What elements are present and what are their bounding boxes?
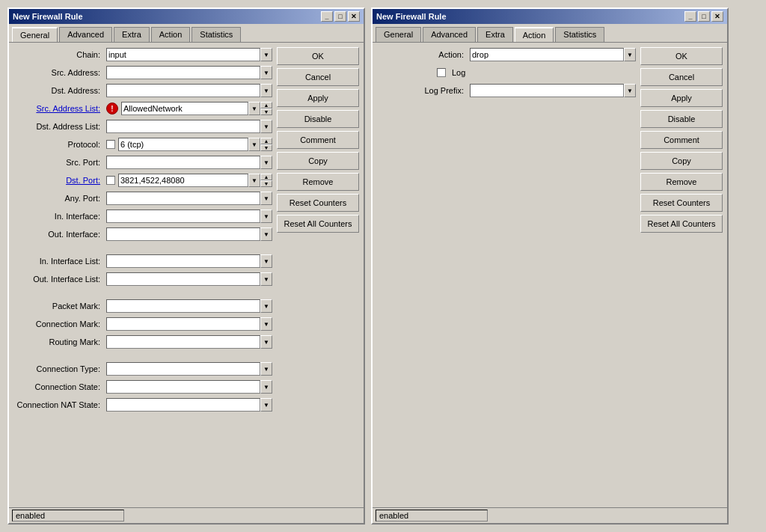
log-prefix-input-wrap: ▼ — [470, 84, 636, 97]
protocol-row: Protocol: ▼ ▲ ▼ — [13, 137, 272, 152]
cancel-button-2[interactable]: Cancel — [640, 68, 723, 86]
connection-nat-state-dropdown[interactable]: ▼ — [260, 398, 272, 412]
tab-action-2[interactable]: Action — [515, 27, 554, 42]
reset-all-counters-button-1[interactable]: Reset All Counters — [277, 215, 359, 233]
tab-statistics-2[interactable]: Statistics — [555, 27, 604, 42]
dst-port-input[interactable] — [118, 174, 248, 187]
connection-state-input[interactable] — [106, 380, 260, 394]
src-address-list-scroll-down[interactable]: ▼ — [260, 108, 272, 115]
titlebar-1: New Firewall Rule _ □ ✕ — [9, 9, 364, 24]
tab-advanced-2[interactable]: Advanced — [423, 27, 476, 42]
connection-mark-input[interactable] — [106, 317, 260, 331]
dst-port-scroll-up[interactable]: ▲ — [260, 174, 272, 180]
connection-type-input[interactable] — [106, 362, 260, 376]
tab-general-2[interactable]: General — [376, 27, 421, 42]
action-dropdown[interactable]: ▼ — [624, 48, 636, 61]
src-address-dropdown[interactable]: ▼ — [260, 66, 272, 79]
tab-action-1[interactable]: Action — [151, 27, 191, 42]
connection-mark-dropdown[interactable]: ▼ — [260, 317, 272, 331]
close-btn-2[interactable]: ✕ — [711, 11, 723, 22]
dst-address-list-input[interactable] — [106, 120, 260, 133]
close-btn-1[interactable]: ✕ — [348, 11, 360, 22]
tab-general-1[interactable]: General — [12, 27, 58, 42]
dst-address-list-dropdown[interactable]: ▼ — [260, 120, 272, 133]
dst-port-scroll: ▲ ▼ — [260, 174, 272, 187]
remove-button-1[interactable]: Remove — [277, 173, 359, 191]
connection-type-dropdown[interactable]: ▼ — [260, 362, 272, 376]
log-prefix-input[interactable] — [470, 84, 624, 97]
protocol-checkbox[interactable] — [106, 140, 115, 149]
in-interface-list-dropdown[interactable]: ▼ — [260, 254, 272, 268]
copy-button-2[interactable]: Copy — [640, 152, 723, 170]
connection-state-dropdown[interactable]: ▼ — [260, 380, 272, 394]
out-interface-list-dropdown[interactable]: ▼ — [260, 272, 272, 286]
src-port-input[interactable] — [106, 156, 260, 169]
minimize-btn-1[interactable]: _ — [321, 11, 333, 22]
dst-address-dropdown[interactable]: ▼ — [260, 84, 272, 97]
routing-mark-dropdown[interactable]: ▼ — [260, 335, 272, 349]
routing-mark-input[interactable] — [106, 335, 260, 349]
packet-mark-dropdown[interactable]: ▼ — [260, 299, 272, 313]
dst-port-checkbox[interactable] — [106, 176, 115, 185]
protocol-input-wrap: ▼ ▲ ▼ — [118, 138, 272, 151]
tab-advanced-1[interactable]: Advanced — [59, 27, 112, 42]
minimize-btn-2[interactable]: _ — [684, 11, 696, 22]
action-input[interactable] — [470, 48, 624, 61]
in-interface-input-wrap: ▼ — [106, 210, 272, 223]
protocol-scroll-down[interactable]: ▼ — [260, 144, 272, 151]
reset-counters-button-1[interactable]: Reset Counters — [277, 194, 359, 212]
connection-state-input-wrap: ▼ — [106, 380, 272, 394]
tab-extra-2[interactable]: Extra — [477, 27, 513, 42]
ok-button-1[interactable]: OK — [277, 47, 359, 65]
src-address-list-scroll-up[interactable]: ▲ — [260, 102, 272, 108]
disable-button-2[interactable]: Disable — [640, 110, 723, 128]
src-address-list-dropdown[interactable]: ▼ — [248, 102, 260, 115]
dst-address-input[interactable] — [106, 84, 260, 97]
in-interface-input[interactable] — [106, 210, 260, 223]
out-interface-dropdown[interactable]: ▼ — [260, 227, 272, 241]
protocol-scroll-up[interactable]: ▲ — [260, 138, 272, 144]
src-port-dropdown[interactable]: ▼ — [260, 156, 272, 169]
reset-all-counters-button-2[interactable]: Reset All Counters — [640, 215, 723, 233]
chain-input[interactable] — [106, 48, 260, 61]
chain-label: Chain: — [13, 50, 103, 59]
apply-button-2[interactable]: Apply — [640, 89, 723, 107]
cancel-button-1[interactable]: Cancel — [277, 68, 359, 86]
out-interface-list-input[interactable] — [106, 272, 260, 286]
comment-button-1[interactable]: Comment — [277, 131, 359, 149]
disable-button-1[interactable]: Disable — [277, 110, 359, 128]
error-badge[interactable]: ! — [106, 103, 118, 114]
dst-port-dropdown[interactable]: ▼ — [248, 174, 260, 187]
chain-dropdown[interactable]: ▼ — [260, 48, 272, 61]
out-interface-list-row: Out. Interface List: ▼ — [13, 272, 272, 287]
maximize-btn-2[interactable]: □ — [698, 11, 710, 22]
protocol-input[interactable] — [118, 138, 248, 151]
remove-button-2[interactable]: Remove — [640, 173, 723, 191]
any-port-input[interactable] — [106, 192, 260, 205]
reset-counters-button-2[interactable]: Reset Counters — [640, 194, 723, 212]
ok-button-2[interactable]: OK — [640, 47, 723, 65]
src-address-list-input[interactable] — [121, 102, 248, 115]
tab-statistics-1[interactable]: Statistics — [192, 27, 241, 42]
dst-port-label[interactable]: Dst. Port: — [13, 176, 103, 185]
window-body-2: Action: ▼ Log Log Prefix: ▼ — [373, 42, 727, 507]
apply-button-1[interactable]: Apply — [277, 89, 359, 107]
src-address-list-label[interactable]: Src. Address List: — [13, 104, 103, 113]
maximize-btn-1[interactable]: □ — [334, 11, 346, 22]
copy-button-1[interactable]: Copy — [277, 152, 359, 170]
comment-button-2[interactable]: Comment — [640, 131, 723, 149]
log-label: Log — [452, 68, 465, 77]
out-interface-input[interactable] — [106, 227, 260, 241]
in-interface-dropdown[interactable]: ▼ — [260, 210, 272, 223]
connection-nat-state-input[interactable] — [106, 398, 260, 412]
connection-state-row: Connection State: ▼ — [13, 379, 272, 394]
tab-extra-1[interactable]: Extra — [114, 27, 150, 42]
dst-port-scroll-down[interactable]: ▼ — [260, 180, 272, 187]
log-checkbox[interactable] — [437, 68, 446, 77]
src-address-input[interactable] — [106, 66, 260, 79]
packet-mark-input[interactable] — [106, 299, 260, 313]
in-interface-list-input[interactable] — [106, 254, 260, 268]
log-prefix-dropdown[interactable]: ▼ — [624, 84, 636, 97]
any-port-dropdown[interactable]: ▼ — [260, 192, 272, 205]
protocol-dropdown[interactable]: ▼ — [248, 138, 260, 151]
